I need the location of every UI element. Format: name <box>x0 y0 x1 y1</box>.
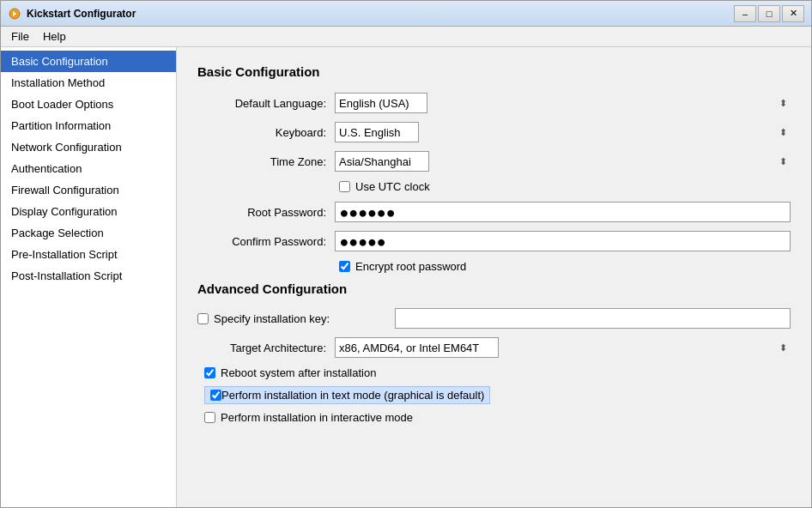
utc-clock-label[interactable]: Use UTC clock <box>355 180 430 193</box>
sidebar-item-basic-configuration[interactable]: Basic Configuration <box>1 51 176 72</box>
window-title: Kickstart Configurator <box>27 8 734 20</box>
sidebar-item-post-installation-script[interactable]: Post-Installation Script <box>1 265 176 287</box>
sidebar-item-pre-installation-script[interactable]: Pre-Installation Script <box>1 244 176 265</box>
menu-help[interactable]: Help <box>36 28 73 45</box>
main-window: Kickstart Configurator – □ ✕ File Help B… <box>0 0 812 508</box>
confirm-password-row: Confirm Password: <box>197 231 791 251</box>
specify-key-row: Specify installation key: <box>197 308 791 329</box>
root-password-row: Root Password: <box>197 202 791 222</box>
utc-clock-checkbox[interactable] <box>339 181 350 192</box>
sidebar-item-network-configuration[interactable]: Network Configuration <box>1 136 176 158</box>
keyboard-row: Keyboard: U.S. English <box>197 122 791 142</box>
encrypt-label[interactable]: Encrypt root password <box>355 260 466 273</box>
advanced-config-title: Advanced Configuration <box>197 281 791 296</box>
interactive-row: Perform installation in interactive mode <box>204 411 791 424</box>
timezone-select-wrapper: Asia/Shanghai <box>335 151 791 172</box>
content-area: Basic Configuration Installation Method … <box>1 47 811 507</box>
reboot-label[interactable]: Reboot system after installation <box>221 366 376 379</box>
window-controls: – □ ✕ <box>734 5 804 22</box>
root-password-input[interactable] <box>335 202 791 222</box>
close-button[interactable]: ✕ <box>782 5 804 22</box>
text-mode-label[interactable]: Perform installation in text mode (graph… <box>221 389 484 402</box>
menu-bar: File Help <box>1 27 811 47</box>
app-icon <box>8 7 21 21</box>
sidebar-item-authentication[interactable]: Authentication <box>1 158 176 179</box>
sidebar-item-firewall-configuration[interactable]: Firewall Configuration <box>1 179 176 201</box>
keyboard-select-wrapper: U.S. English <box>335 122 791 142</box>
timezone-select[interactable]: Asia/Shanghai <box>335 151 429 172</box>
reboot-row: Reboot system after installation <box>204 366 791 379</box>
default-language-row: Default Language: English (USA) <box>197 93 791 113</box>
timezone-label: Time Zone: <box>197 155 335 168</box>
default-language-select-wrapper: English (USA) <box>335 93 791 113</box>
root-password-label: Root Password: <box>197 206 335 219</box>
default-language-label: Default Language: <box>197 97 335 110</box>
maximize-button[interactable]: □ <box>758 5 780 22</box>
text-mode-row: Perform installation in text mode (graph… <box>204 386 490 404</box>
utc-clock-row: Use UTC clock <box>339 180 791 193</box>
sidebar-item-display-configuration[interactable]: Display Configuration <box>1 201 176 222</box>
specify-key-input[interactable] <box>395 308 791 329</box>
title-bar: Kickstart Configurator – □ ✕ <box>1 1 811 27</box>
target-arch-select[interactable]: x86, AMD64, or Intel EM64T <box>335 337 499 358</box>
basic-config-title: Basic Configuration <box>197 64 791 79</box>
specify-key-checkbox[interactable] <box>197 313 209 324</box>
sidebar-item-package-selection[interactable]: Package Selection <box>1 222 176 244</box>
interactive-checkbox[interactable] <box>204 412 215 423</box>
target-arch-label: Target Architecture: <box>197 342 335 354</box>
sidebar-item-partition-information[interactable]: Partition Information <box>1 115 176 136</box>
target-arch-select-wrapper: x86, AMD64, or Intel EM64T <box>335 337 791 358</box>
sidebar-item-boot-loader-options[interactable]: Boot Loader Options <box>1 94 176 115</box>
specify-key-label[interactable]: Specify installation key: <box>214 312 330 325</box>
keyboard-select[interactable]: U.S. English <box>335 122 419 142</box>
main-panel: Basic Configuration Default Language: En… <box>177 47 811 507</box>
encrypt-checkbox[interactable] <box>339 261 350 272</box>
encrypt-row: Encrypt root password <box>339 260 791 273</box>
text-mode-checkbox[interactable] <box>210 390 221 401</box>
default-language-select[interactable]: English (USA) <box>335 93 427 113</box>
keyboard-label: Keyboard: <box>197 126 335 139</box>
confirm-password-input[interactable] <box>335 231 791 251</box>
timezone-row: Time Zone: Asia/Shanghai <box>197 151 791 172</box>
minimize-button[interactable]: – <box>734 5 756 22</box>
sidebar: Basic Configuration Installation Method … <box>1 47 177 507</box>
interactive-label[interactable]: Perform installation in interactive mode <box>221 411 413 424</box>
sidebar-item-installation-method[interactable]: Installation Method <box>1 72 176 94</box>
specify-key-label-wrapper: Specify installation key: <box>197 312 395 325</box>
menu-file[interactable]: File <box>4 28 36 45</box>
target-arch-row: Target Architecture: x86, AMD64, or Inte… <box>197 337 791 358</box>
confirm-password-label: Confirm Password: <box>197 235 335 248</box>
reboot-checkbox[interactable] <box>204 367 215 378</box>
